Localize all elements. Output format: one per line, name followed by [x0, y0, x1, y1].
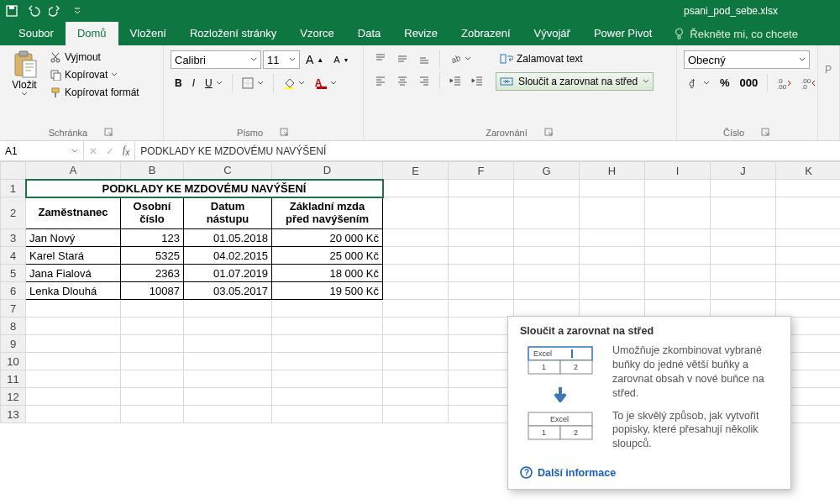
tell-me[interactable]: Řekněte mi, co chcete [674, 27, 798, 45]
cell[interactable] [645, 180, 711, 197]
cell[interactable] [514, 247, 580, 265]
cell[interactable]: 20 000 Kč [272, 229, 383, 247]
cell[interactable]: 01.05.2018 [184, 229, 272, 247]
cell[interactable] [514, 197, 580, 229]
row-header[interactable]: 2 [1, 197, 26, 229]
col-header[interactable]: I [645, 162, 711, 180]
dialog-launcher-icon[interactable] [280, 128, 290, 138]
cell[interactable] [121, 335, 184, 353]
cell[interactable] [711, 247, 776, 265]
cell[interactable] [383, 318, 449, 335]
row-header[interactable]: 4 [1, 247, 26, 265]
cell[interactable] [711, 282, 776, 300]
cell[interactable]: Lenka Dlouhá [26, 282, 121, 300]
cell[interactable] [580, 180, 645, 197]
comma-button[interactable]: 000 [736, 74, 763, 92]
fx-icon[interactable]: fx [123, 144, 129, 157]
cell[interactable] [711, 300, 776, 318]
cell[interactable] [184, 370, 272, 388]
cell[interactable]: PODKLADY KE MZDOVÉMU NAVÝŠENÍ [26, 180, 383, 197]
cell[interactable] [776, 265, 841, 282]
cell[interactable]: 01.07.2019 [184, 265, 272, 282]
decrease-font-button[interactable]: A▼ [329, 52, 353, 67]
cell[interactable] [449, 318, 514, 335]
cell[interactable] [449, 247, 514, 265]
increase-indent-button[interactable] [467, 72, 487, 89]
cell[interactable]: 03.05.2017 [184, 282, 272, 300]
row-header[interactable]: 1 [1, 180, 26, 197]
col-header[interactable]: J [711, 162, 776, 180]
cell[interactable]: Osobníčíslo [121, 197, 184, 229]
tab-revize[interactable]: Revize [392, 22, 449, 45]
cell[interactable] [26, 335, 121, 353]
percent-button[interactable]: % [716, 74, 734, 92]
cell[interactable] [645, 229, 711, 247]
cell[interactable] [383, 229, 449, 247]
cell[interactable] [645, 265, 711, 282]
cell[interactable] [121, 370, 184, 388]
cell[interactable] [121, 406, 184, 423]
cell[interactable] [645, 282, 711, 300]
cell[interactable] [580, 300, 645, 318]
cancel-icon[interactable]: ✕ [89, 145, 97, 157]
fill-color-button[interactable] [279, 75, 309, 92]
cell[interactable] [449, 229, 514, 247]
align-middle-button[interactable] [392, 50, 412, 67]
cell[interactable]: 10087 [121, 282, 184, 300]
cell[interactable]: Základní mzdapřed navýšením [272, 197, 383, 229]
increase-font-button[interactable]: A▲ [302, 50, 328, 69]
cell[interactable] [383, 247, 449, 265]
cell[interactable] [776, 229, 841, 247]
decrease-decimal-button[interactable]: .00.0 [797, 75, 820, 92]
name-box[interactable]: A1 [0, 141, 84, 160]
cell[interactable]: 25 000 Kč [272, 247, 383, 265]
formula-bar[interactable]: PODKLADY KE MZDOVÉMU NAVÝŠENÍ [134, 141, 840, 160]
col-header[interactable]: E [383, 162, 449, 180]
cell[interactable] [121, 353, 184, 370]
cell[interactable] [449, 300, 514, 318]
row-header[interactable]: 9 [1, 335, 26, 353]
cell[interactable] [184, 335, 272, 353]
cell[interactable] [449, 197, 514, 229]
cell[interactable] [383, 265, 449, 282]
row-header[interactable]: 11 [1, 370, 26, 388]
tab-vložení[interactable]: Vložení [118, 22, 178, 45]
cell[interactable] [514, 265, 580, 282]
cell[interactable] [26, 388, 121, 406]
cell[interactable] [514, 282, 580, 300]
row-header[interactable]: 12 [1, 388, 26, 406]
col-header[interactable]: B [121, 162, 184, 180]
tab-zobrazení[interactable]: Zobrazení [449, 22, 522, 45]
font-size-select[interactable]: 11 [263, 50, 300, 69]
cell[interactable] [711, 229, 776, 247]
dialog-launcher-icon[interactable] [104, 128, 114, 138]
tooltip-more-link[interactable]: ? Další informace [520, 466, 779, 479]
cell[interactable] [121, 300, 184, 318]
cell[interactable] [121, 318, 184, 335]
italic-button[interactable]: I [188, 75, 199, 92]
bold-button[interactable]: B [171, 75, 186, 92]
cell[interactable]: Jan Nový [26, 229, 121, 247]
cell[interactable] [26, 406, 121, 423]
cell[interactable]: Jana Fialová [26, 265, 121, 282]
tab-data[interactable]: Data [346, 22, 392, 45]
cell[interactable] [272, 370, 383, 388]
cell[interactable] [383, 406, 449, 423]
cell[interactable] [449, 406, 514, 423]
cell[interactable] [383, 388, 449, 406]
cell[interactable] [580, 197, 645, 229]
cell[interactable] [776, 282, 841, 300]
cell[interactable] [26, 353, 121, 370]
cell[interactable] [26, 370, 121, 388]
cell[interactable] [776, 180, 841, 197]
tab-rozložení stránky[interactable]: Rozložení stránky [178, 22, 288, 45]
cell[interactable] [514, 180, 580, 197]
cell[interactable] [184, 406, 272, 423]
row-header[interactable]: 13 [1, 406, 26, 423]
cell[interactable] [272, 335, 383, 353]
orientation-button[interactable]: ab [445, 50, 475, 67]
row-header[interactable]: 6 [1, 282, 26, 300]
cell[interactable] [645, 300, 711, 318]
align-right-button[interactable] [414, 72, 434, 89]
tab-domů[interactable]: Domů [66, 22, 118, 45]
